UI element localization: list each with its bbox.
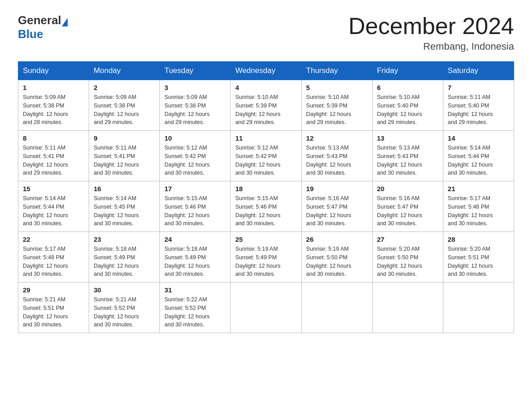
day-info: Sunrise: 5:10 AMSunset: 5:39 PMDaylight:… (235, 94, 280, 125)
logo: General Blue (18, 13, 68, 41)
table-row: 13 Sunrise: 5:13 AMSunset: 5:43 PMDaylig… (372, 131, 443, 181)
col-saturday: Saturday (443, 62, 514, 80)
title-block: December 2024 Rembang, Indonesia (348, 13, 514, 52)
table-row: 5 Sunrise: 5:10 AMSunset: 5:39 PMDayligh… (301, 80, 372, 131)
calendar-table: Sunday Monday Tuesday Wednesday Thursday… (18, 61, 514, 333)
table-row: 8 Sunrise: 5:11 AMSunset: 5:41 PMDayligh… (18, 131, 89, 181)
calendar-subtitle: Rembang, Indonesia (348, 41, 514, 52)
day-number: 21 (448, 185, 509, 193)
day-info: Sunrise: 5:15 AMSunset: 5:46 PMDaylight:… (235, 195, 280, 227)
col-wednesday: Wednesday (231, 62, 301, 80)
day-number: 5 (306, 84, 368, 91)
day-info: Sunrise: 5:16 AMSunset: 5:47 PMDaylight:… (306, 195, 352, 227)
day-info: Sunrise: 5:18 AMSunset: 5:49 PMDaylight:… (94, 246, 139, 277)
day-number: 26 (306, 235, 368, 243)
day-info: Sunrise: 5:14 AMSunset: 5:44 PMDaylight:… (23, 195, 68, 227)
table-row (231, 283, 301, 333)
day-number: 3 (164, 84, 226, 91)
logo-general-text: General (18, 13, 61, 27)
day-info: Sunrise: 5:09 AMSunset: 5:38 PMDaylight:… (94, 94, 139, 125)
day-info: Sunrise: 5:19 AMSunset: 5:49 PMDaylight:… (235, 246, 280, 277)
table-row: 16 Sunrise: 5:14 AMSunset: 5:45 PMDaylig… (89, 181, 160, 232)
day-info: Sunrise: 5:21 AMSunset: 5:51 PMDaylight:… (23, 296, 68, 328)
day-info: Sunrise: 5:17 AMSunset: 5:48 PMDaylight:… (448, 195, 493, 227)
day-info: Sunrise: 5:22 AMSunset: 5:52 PMDaylight:… (164, 296, 210, 328)
table-row: 15 Sunrise: 5:14 AMSunset: 5:44 PMDaylig… (18, 181, 89, 232)
day-number: 4 (235, 84, 296, 91)
day-number: 22 (23, 235, 84, 243)
day-info: Sunrise: 5:11 AMSunset: 5:40 PMDaylight:… (448, 94, 493, 125)
day-info: Sunrise: 5:11 AMSunset: 5:41 PMDaylight:… (23, 145, 68, 176)
day-info: Sunrise: 5:21 AMSunset: 5:52 PMDaylight:… (94, 296, 139, 328)
day-number: 28 (448, 235, 509, 243)
day-number: 25 (235, 235, 296, 243)
table-row (443, 283, 514, 333)
col-tuesday: Tuesday (160, 62, 231, 80)
table-row: 30 Sunrise: 5:21 AMSunset: 5:52 PMDaylig… (89, 283, 160, 333)
day-number: 27 (377, 235, 438, 243)
day-number: 23 (94, 235, 155, 243)
calendar-header-row: Sunday Monday Tuesday Wednesday Thursday… (18, 62, 514, 80)
table-row: 26 Sunrise: 5:19 AMSunset: 5:50 PMDaylig… (301, 232, 372, 283)
day-number: 10 (164, 134, 226, 142)
table-row: 7 Sunrise: 5:11 AMSunset: 5:40 PMDayligh… (443, 80, 514, 131)
day-info: Sunrise: 5:13 AMSunset: 5:43 PMDaylight:… (306, 145, 352, 176)
day-info: Sunrise: 5:17 AMSunset: 5:48 PMDaylight:… (23, 246, 68, 277)
day-number: 11 (235, 134, 296, 142)
day-info: Sunrise: 5:20 AMSunset: 5:51 PMDaylight:… (448, 246, 493, 277)
day-info: Sunrise: 5:19 AMSunset: 5:50 PMDaylight:… (306, 246, 352, 277)
table-row: 29 Sunrise: 5:21 AMSunset: 5:51 PMDaylig… (18, 283, 89, 333)
day-number: 2 (94, 84, 155, 91)
day-number: 16 (94, 185, 155, 193)
day-number: 24 (164, 235, 226, 243)
table-row: 22 Sunrise: 5:17 AMSunset: 5:48 PMDaylig… (18, 232, 89, 283)
day-number: 8 (23, 134, 84, 142)
day-number: 17 (164, 185, 226, 193)
day-info: Sunrise: 5:12 AMSunset: 5:42 PMDaylight:… (235, 145, 280, 176)
table-row: 11 Sunrise: 5:12 AMSunset: 5:42 PMDaylig… (231, 131, 301, 181)
day-number: 14 (448, 134, 509, 142)
day-number: 9 (94, 134, 155, 142)
table-row: 2 Sunrise: 5:09 AMSunset: 5:38 PMDayligh… (89, 80, 160, 131)
calendar-week-row: 29 Sunrise: 5:21 AMSunset: 5:51 PMDaylig… (18, 283, 514, 333)
table-row: 21 Sunrise: 5:17 AMSunset: 5:48 PMDaylig… (443, 181, 514, 232)
day-info: Sunrise: 5:16 AMSunset: 5:47 PMDaylight:… (377, 195, 422, 227)
table-row: 6 Sunrise: 5:10 AMSunset: 5:40 PMDayligh… (372, 80, 443, 131)
day-number: 30 (94, 286, 155, 294)
calendar-week-row: 8 Sunrise: 5:11 AMSunset: 5:41 PMDayligh… (18, 131, 514, 181)
table-row: 14 Sunrise: 5:14 AMSunset: 5:44 PMDaylig… (443, 131, 514, 181)
col-thursday: Thursday (301, 62, 372, 80)
logo-blue-text: Blue (18, 27, 43, 41)
day-info: Sunrise: 5:11 AMSunset: 5:41 PMDaylight:… (94, 145, 139, 176)
table-row: 31 Sunrise: 5:22 AMSunset: 5:52 PMDaylig… (160, 283, 231, 333)
day-number: 6 (377, 84, 438, 91)
col-monday: Monday (89, 62, 160, 80)
day-info: Sunrise: 5:13 AMSunset: 5:43 PMDaylight:… (377, 145, 422, 176)
day-number: 15 (23, 185, 84, 193)
col-sunday: Sunday (18, 62, 89, 80)
day-number: 18 (235, 185, 296, 193)
table-row: 28 Sunrise: 5:20 AMSunset: 5:51 PMDaylig… (443, 232, 514, 283)
table-row: 3 Sunrise: 5:09 AMSunset: 5:38 PMDayligh… (160, 80, 231, 131)
day-info: Sunrise: 5:14 AMSunset: 5:45 PMDaylight:… (94, 195, 139, 227)
calendar-week-row: 1 Sunrise: 5:09 AMSunset: 5:38 PMDayligh… (18, 80, 514, 131)
calendar-week-row: 22 Sunrise: 5:17 AMSunset: 5:48 PMDaylig… (18, 232, 514, 283)
day-info: Sunrise: 5:15 AMSunset: 5:46 PMDaylight:… (164, 195, 210, 227)
table-row: 18 Sunrise: 5:15 AMSunset: 5:46 PMDaylig… (231, 181, 301, 232)
day-number: 13 (377, 134, 438, 142)
calendar-week-row: 15 Sunrise: 5:14 AMSunset: 5:44 PMDaylig… (18, 181, 514, 232)
table-row: 27 Sunrise: 5:20 AMSunset: 5:50 PMDaylig… (372, 232, 443, 283)
table-row: 25 Sunrise: 5:19 AMSunset: 5:49 PMDaylig… (231, 232, 301, 283)
table-row: 10 Sunrise: 5:12 AMSunset: 5:42 PMDaylig… (160, 131, 231, 181)
day-number: 12 (306, 134, 368, 142)
day-info: Sunrise: 5:14 AMSunset: 5:44 PMDaylight:… (448, 145, 493, 176)
table-row: 20 Sunrise: 5:16 AMSunset: 5:47 PMDaylig… (372, 181, 443, 232)
day-info: Sunrise: 5:12 AMSunset: 5:42 PMDaylight:… (164, 145, 210, 176)
table-row: 12 Sunrise: 5:13 AMSunset: 5:43 PMDaylig… (301, 131, 372, 181)
table-row: 17 Sunrise: 5:15 AMSunset: 5:46 PMDaylig… (160, 181, 231, 232)
day-info: Sunrise: 5:10 AMSunset: 5:39 PMDaylight:… (306, 94, 352, 125)
logo-triangle-icon (62, 18, 68, 26)
day-number: 20 (377, 185, 438, 193)
day-number: 31 (164, 286, 226, 294)
table-row (372, 283, 443, 333)
